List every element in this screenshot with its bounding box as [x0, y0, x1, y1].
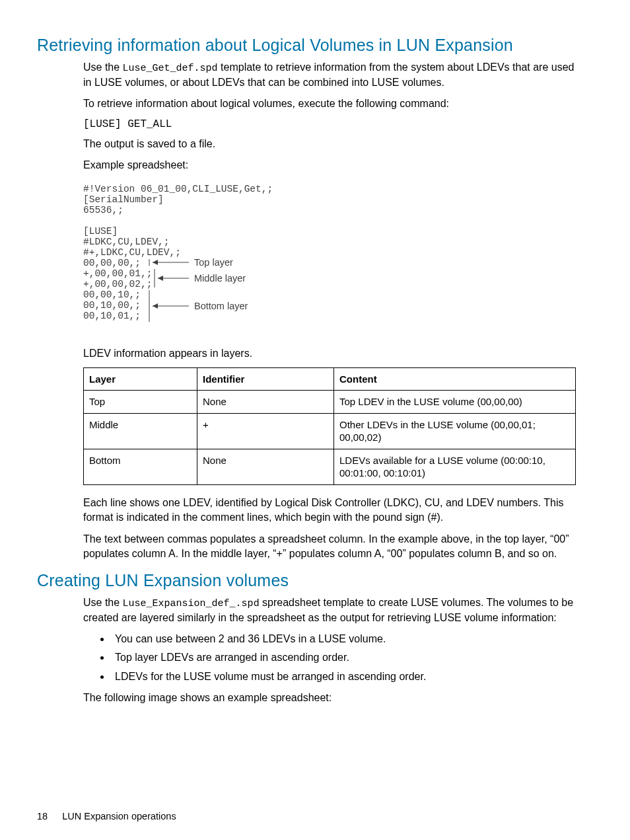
- text: Use the: [83, 61, 123, 73]
- section2-paragraph-2: The following image shows an example spr…: [83, 691, 576, 705]
- diagram-line: #!Version 06_01_00,CLI_LUSE,Get,;: [83, 184, 273, 194]
- svg-marker-5: [153, 303, 158, 309]
- diagram-line: #+,LDKC,CU,LDEV,;: [83, 247, 181, 258]
- section2-body: Use the Luse_Expansion_def_.spd spreadsh…: [83, 595, 576, 706]
- page-footer: 18 LUN Expansion operations: [37, 811, 176, 821]
- diagram-line: [LUSE]: [83, 226, 118, 237]
- section1-paragraph-4: Example spreadsheet:: [83, 158, 576, 172]
- list-item: LDEVs for the LUSE volume must be arrang…: [111, 669, 576, 684]
- table-cell: Top LDEV in the LUSE volume (00,00,00): [334, 391, 576, 414]
- diagram-line: 00,10,00,;: [83, 300, 141, 311]
- table-cell: LDEVs available for a LUSE volume (00:00…: [334, 449, 576, 484]
- layer-table: Layer Identifier Content Top None Top LD…: [83, 367, 576, 485]
- diagram-line: 00,00,00,;: [83, 258, 141, 268]
- table-cell: Other LDEVs in the LUSE volume (00,00,01…: [334, 413, 576, 449]
- section1-paragraph-5: Each line shows one LDEV, identified by …: [83, 496, 576, 525]
- section2-bullet-list: You can use between 2 and 36 LDEVs in a …: [83, 632, 576, 684]
- diagram-line: +,00,00,01,;: [83, 268, 152, 279]
- diagram-line: 00,10,01,;: [83, 311, 141, 321]
- chapter-title: LUN Expansion operations: [62, 811, 176, 821]
- diagram-line: #LDKC,CU,LDEV,;: [83, 237, 170, 247]
- table-row: Middle + Other LDEVs in the LUSE volume …: [84, 413, 576, 449]
- section1-after-diagram: LDEV information appears in layers.: [83, 346, 576, 361]
- inline-code: Luse_Expansion_def_.spd: [123, 598, 260, 609]
- diagram-label-bottom: Bottom layer: [194, 301, 248, 311]
- text: Use the: [83, 597, 123, 608]
- diagram-label-middle: Middle layer: [194, 273, 246, 284]
- table-cell: None: [197, 449, 334, 484]
- table-header: Content: [334, 367, 576, 391]
- diagram-line: +,00,00,02,;: [83, 279, 152, 289]
- table-cell: +: [197, 413, 334, 449]
- section1-heading: Retrieving information about Logical Vol…: [37, 36, 576, 55]
- section1-paragraph-1: Use the Luse_Get_def.spd template to ret…: [83, 60, 576, 90]
- inline-code: Luse_Get_def.spd: [123, 63, 218, 74]
- diagram-line: 65536,;: [83, 205, 123, 215]
- table-cell: Middle: [84, 413, 197, 449]
- table-header-row: Layer Identifier Content: [84, 367, 576, 391]
- table-header: Layer: [84, 367, 197, 391]
- list-item: Top layer LDEVs are arranged in ascendin…: [111, 650, 576, 665]
- section1-body: Use the Luse_Get_def.spd template to ret…: [83, 60, 576, 562]
- section2-heading: Creating LUN Expansion volumes: [37, 571, 576, 590]
- command-line: [LUSE] GET_ALL: [83, 118, 576, 130]
- diagram-line: 00,00,10,;: [83, 289, 141, 300]
- svg-marker-1: [153, 260, 158, 265]
- svg-marker-3: [158, 276, 163, 281]
- table-row: Top None Top LDEV in the LUSE volume (00…: [84, 391, 576, 414]
- diagram-label-top: Top layer: [194, 257, 233, 268]
- section2-paragraph-1: Use the Luse_Expansion_def_.spd spreadsh…: [83, 595, 576, 625]
- example-spreadsheet-diagram: #!Version 06_01_00,CLI_LUSE,Get,; [Seria…: [83, 182, 576, 332]
- table-header: Identifier: [197, 367, 334, 391]
- diagram-line: [SerialNumber]: [83, 194, 164, 205]
- page: Retrieving information about Logical Vol…: [0, 0, 630, 840]
- table-cell: None: [197, 391, 334, 414]
- table-cell: Bottom: [84, 449, 197, 484]
- section1-paragraph-6: The text between commas populates a spre…: [83, 532, 576, 562]
- page-number: 18: [37, 811, 48, 821]
- list-item: You can use between 2 and 36 LDEVs in a …: [111, 632, 576, 646]
- table-cell: Top: [84, 391, 197, 414]
- section1-paragraph-3: The output is saved to a file.: [83, 137, 576, 151]
- table-row: Bottom None LDEVs available for a LUSE v…: [84, 449, 576, 484]
- section1-paragraph-2: To retrieve information about logical vo…: [83, 96, 576, 111]
